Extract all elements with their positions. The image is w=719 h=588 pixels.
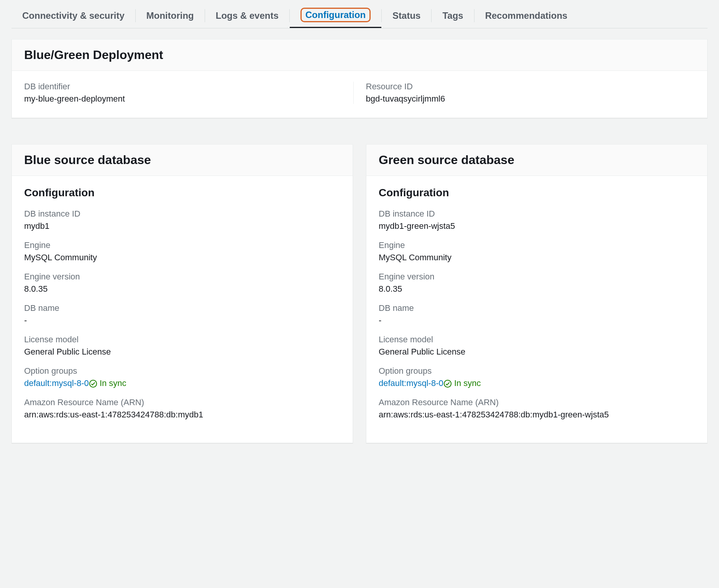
resource-id-value: bgd-tuvaqsycirljmml6 bbox=[366, 94, 695, 104]
blue-license-value: General Public License bbox=[24, 347, 340, 357]
green-license-value: General Public License bbox=[379, 347, 695, 357]
green-panel-title: Green source database bbox=[366, 145, 707, 176]
check-circle-icon bbox=[443, 379, 452, 388]
green-db-instance-id-label: DB instance ID bbox=[379, 209, 695, 219]
green-arn-label: Amazon Resource Name (ARN) bbox=[379, 397, 695, 407]
green-license-label: License model bbox=[379, 335, 695, 345]
green-db-name-value: - bbox=[379, 315, 695, 325]
green-db-name-label: DB name bbox=[379, 303, 695, 313]
blue-option-groups-label: Option groups bbox=[24, 366, 340, 376]
tab-configuration[interactable]: Configuration bbox=[290, 3, 381, 28]
db-identifier-value: my-blue-green-deployment bbox=[24, 94, 353, 104]
green-option-groups-label: Option groups bbox=[379, 366, 695, 376]
blue-engine-version-value: 8.0.35 bbox=[24, 284, 340, 294]
tab-configuration-label: Configuration bbox=[300, 8, 371, 22]
blue-db-instance-id-value: mydb1 bbox=[24, 221, 340, 231]
tab-recommendations[interactable]: Recommendations bbox=[474, 6, 578, 26]
green-option-group-link[interactable]: default:mysql-8-0 bbox=[379, 378, 443, 388]
blue-db-name-value: - bbox=[24, 315, 340, 325]
green-source-panel: Green source database Configuration DB i… bbox=[366, 144, 708, 443]
blue-arn-label: Amazon Resource Name (ARN) bbox=[24, 397, 340, 407]
check-circle-icon bbox=[89, 379, 97, 388]
blue-panel-title: Blue source database bbox=[12, 145, 353, 176]
blue-db-instance-id-label: DB instance ID bbox=[24, 209, 340, 219]
resource-id-label: Resource ID bbox=[366, 82, 695, 92]
tab-connectivity-security[interactable]: Connectivity & security bbox=[11, 6, 135, 26]
blue-option-group-link[interactable]: default:mysql-8-0 bbox=[24, 378, 89, 388]
green-db-instance-id-value: mydb1-green-wjsta5 bbox=[379, 221, 695, 231]
blue-option-group-status: In sync bbox=[100, 378, 126, 388]
blue-source-panel: Blue source database Configuration DB in… bbox=[11, 144, 353, 443]
green-option-group-status: In sync bbox=[454, 378, 481, 388]
green-config-title: Configuration bbox=[379, 187, 695, 199]
tab-monitoring[interactable]: Monitoring bbox=[136, 6, 205, 26]
tab-tags[interactable]: Tags bbox=[432, 6, 474, 26]
blue-engine-value: MySQL Community bbox=[24, 253, 340, 263]
blue-engine-label: Engine bbox=[24, 240, 340, 250]
blue-db-name-label: DB name bbox=[24, 303, 340, 313]
green-engine-value: MySQL Community bbox=[379, 253, 695, 263]
panel-title: Blue/Green Deployment bbox=[12, 39, 707, 71]
blue-license-label: License model bbox=[24, 335, 340, 345]
db-identifier-label: DB identifier bbox=[24, 82, 353, 92]
green-arn-value: arn:aws:rds:us-east-1:478253424788:db:my… bbox=[379, 410, 695, 420]
blue-green-deployment-panel: Blue/Green Deployment DB identifier my-b… bbox=[11, 39, 708, 118]
tab-status[interactable]: Status bbox=[382, 6, 431, 26]
blue-engine-version-label: Engine version bbox=[24, 272, 340, 282]
tabs-bar: Connectivity & security Monitoring Logs … bbox=[11, 0, 708, 28]
green-engine-version-value: 8.0.35 bbox=[379, 284, 695, 294]
green-engine-label: Engine bbox=[379, 240, 695, 250]
tab-logs-events[interactable]: Logs & events bbox=[205, 6, 289, 26]
blue-config-title: Configuration bbox=[24, 187, 340, 199]
green-engine-version-label: Engine version bbox=[379, 272, 695, 282]
blue-arn-value: arn:aws:rds:us-east-1:478253424788:db:my… bbox=[24, 410, 340, 420]
